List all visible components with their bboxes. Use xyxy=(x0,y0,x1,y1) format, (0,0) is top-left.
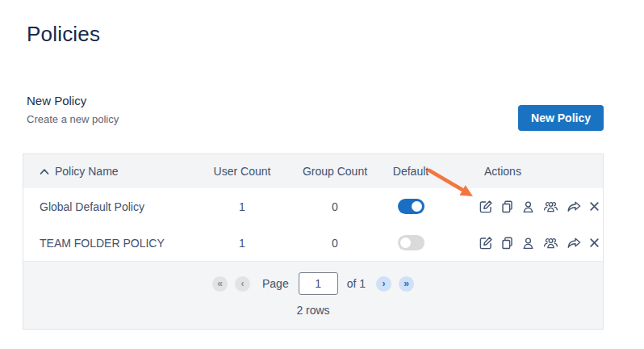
policy-name-cell: Global Default Policy xyxy=(23,200,190,213)
edit-action-button[interactable] xyxy=(479,200,493,214)
column-header-default[interactable]: Default xyxy=(375,165,446,178)
remove-action-button[interactable] xyxy=(589,238,600,248)
page-title: Policies xyxy=(27,21,604,47)
default-cell xyxy=(375,199,446,214)
share-action-button[interactable] xyxy=(567,200,582,213)
user-icon xyxy=(521,200,535,214)
sort-ascending-icon xyxy=(40,168,49,175)
toggle-knob xyxy=(412,201,422,212)
new-policy-heading: New Policy xyxy=(27,93,119,108)
copy-action-button[interactable] xyxy=(500,200,514,214)
x-icon xyxy=(589,201,600,212)
page-label: Page xyxy=(262,277,289,290)
column-header-group-count[interactable]: Group Count xyxy=(295,165,375,178)
actions-cell xyxy=(446,236,603,250)
default-toggle[interactable] xyxy=(398,199,424,214)
x-icon xyxy=(589,238,600,248)
user-icon xyxy=(521,236,535,250)
assign-user-action-button[interactable] xyxy=(521,200,535,214)
table-footer: « ‹ Page of 1 › » 2 rows xyxy=(23,261,603,329)
assign-user-action-button[interactable] xyxy=(521,236,535,250)
assign-group-action-button[interactable] xyxy=(542,200,559,214)
prev-page-button[interactable]: ‹ xyxy=(235,276,250,292)
users-group-icon xyxy=(542,236,559,250)
column-header-policy-name[interactable]: Policy Name xyxy=(23,165,190,178)
table-row: TEAM FOLDER POLICY 1 0 xyxy=(23,225,603,261)
remove-action-button[interactable] xyxy=(589,201,600,212)
last-page-button[interactable]: » xyxy=(399,276,414,292)
copy-action-button[interactable] xyxy=(500,236,514,250)
policies-table: Policy Name User Count Group Count Defau… xyxy=(23,153,604,330)
column-header-user-count[interactable]: User Count xyxy=(190,165,295,178)
default-cell xyxy=(375,235,446,250)
column-header-label: Policy Name xyxy=(55,165,119,178)
assign-group-action-button[interactable] xyxy=(542,236,559,250)
new-policy-text-block: New Policy Create a new policy xyxy=(27,93,119,126)
actions-cell xyxy=(446,200,603,214)
share-forward-icon xyxy=(567,236,582,250)
column-header-actions: Actions xyxy=(446,165,603,178)
first-page-button[interactable]: « xyxy=(212,276,228,292)
default-toggle[interactable] xyxy=(398,235,424,250)
edit-icon xyxy=(479,200,493,214)
policies-page: Policies New Policy Create a new policy … xyxy=(0,0,644,349)
group-count-cell: 0 xyxy=(295,237,375,250)
copy-icon xyxy=(500,236,514,250)
edit-action-button[interactable] xyxy=(479,236,493,250)
table-row: Global Default Policy 1 0 xyxy=(23,188,603,225)
next-page-button[interactable]: › xyxy=(376,276,391,292)
users-group-icon xyxy=(542,200,559,214)
toggle-knob xyxy=(400,238,411,248)
share-forward-icon xyxy=(567,200,582,213)
share-action-button[interactable] xyxy=(567,236,582,250)
page-of-label: of 1 xyxy=(347,277,366,290)
copy-icon xyxy=(500,200,514,214)
user-count-cell: 1 xyxy=(190,237,295,250)
page-number-input[interactable] xyxy=(299,272,338,295)
new-policy-section: New Policy Create a new policy New Polic… xyxy=(27,93,604,126)
rows-summary: 2 rows xyxy=(296,304,329,317)
pagination: « ‹ Page of 1 › » xyxy=(212,272,414,295)
new-policy-button[interactable]: New Policy xyxy=(518,105,604,131)
policy-name-cell: TEAM FOLDER POLICY xyxy=(23,237,190,250)
new-policy-description: Create a new policy xyxy=(27,113,119,126)
group-count-cell: 0 xyxy=(295,200,375,213)
table-header-row: Policy Name User Count Group Count Defau… xyxy=(23,154,603,188)
edit-icon xyxy=(479,236,493,250)
user-count-cell: 1 xyxy=(190,200,295,213)
